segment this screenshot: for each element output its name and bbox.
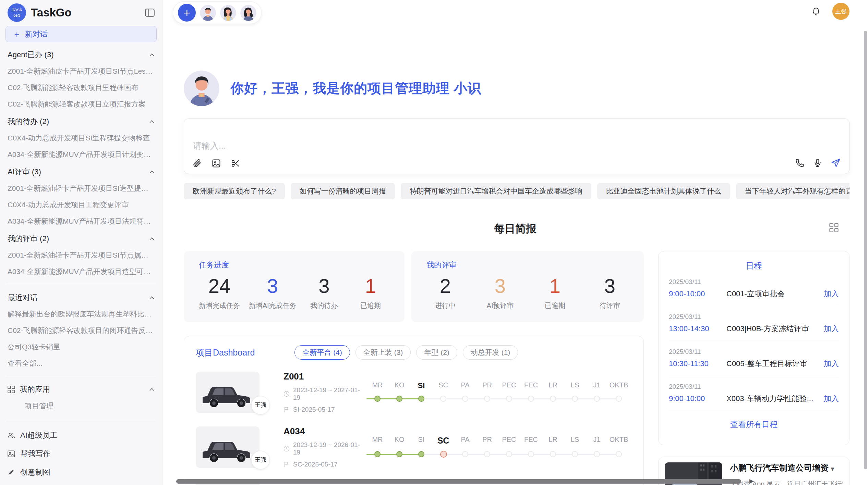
sidebar-app-item[interactable]: 项目管理 <box>5 398 157 414</box>
dashboard-tab[interactable]: 动总开发 (1) <box>463 345 518 360</box>
view-all-schedule-link[interactable]: 查看所有日程 <box>669 419 839 430</box>
suggestion-chip[interactable]: 欧洲新规最近颁布了什么? <box>184 183 285 199</box>
sidebar-my-apps-header[interactable]: 我的应用 <box>5 380 157 398</box>
stat-value: 3 <box>481 275 519 297</box>
user-avatar[interactable]: 王强 <box>832 3 849 20</box>
phone-icon[interactable] <box>795 158 805 168</box>
scissors-icon[interactable] <box>231 159 240 168</box>
divider <box>6 422 156 422</box>
send-icon[interactable] <box>831 158 841 168</box>
layout-grid-icon[interactable] <box>829 223 839 232</box>
sidebar-footer-label: 帮我写作 <box>20 449 50 459</box>
milestone-nodes <box>366 450 632 459</box>
milestone-node <box>616 396 622 402</box>
sidebar-item[interactable]: A034-全新新能源MUV产品开发项目法规符合性评审 <box>5 213 157 229</box>
chevron-up-icon[interactable] <box>149 120 155 123</box>
photo-icon <box>8 450 15 458</box>
project-info: Z0012023-12-19 ~ 2027-01-19SI-2025-05-17 <box>284 371 365 413</box>
sidebar-item[interactable]: Z001-全新燃油轻卡产品开发项目SI造型提交物评审 <box>5 180 157 197</box>
stat-grid: 24新增完成任务3新增AI完成任务3我的待办1已逾期 <box>199 275 389 310</box>
suggestion-chip[interactable]: 比亚迪全固态电池计划具体说了什么 <box>597 183 730 199</box>
paperclip-icon[interactable] <box>192 159 202 168</box>
microphone-icon[interactable] <box>813 158 822 168</box>
woman-yellow-avatar[interactable] <box>220 5 236 21</box>
dashboard-tab[interactable]: 全新上装 (3) <box>355 345 411 360</box>
plus-icon: ＋ <box>13 29 21 40</box>
milestone-label: LR <box>542 381 564 390</box>
milestone-label: PA <box>454 436 476 446</box>
sidebar-footer-people[interactable]: AI超级员工 <box>5 426 157 445</box>
suggestion-chip[interactable]: 当下年轻人对汽车外观有怎样的喜好趋势 <box>736 183 849 199</box>
sidebar-item[interactable]: 查看全部... <box>5 355 157 372</box>
horizontal-scrollbar[interactable] <box>176 479 741 484</box>
man-avatar[interactable] <box>200 5 216 21</box>
suggestion-chips: 欧洲新规最近颁布了什么?如何写一份清晰的项目周报特朗普可能对进口汽车增税会对中国… <box>184 183 849 199</box>
milestone-label: LS <box>564 436 586 446</box>
project-car-thumb: 王强 <box>196 372 260 413</box>
sidebar-item[interactable]: C02-飞腾新能源轻客改款项目立项汇报方案 <box>5 96 157 112</box>
sidebar-item[interactable]: C0X4-动力总成开发项目SI里程碑提交物检查 <box>5 130 157 146</box>
chevron-up-icon[interactable] <box>149 237 155 240</box>
sidebar-item[interactable]: A034-全新新能源MUV产品开发项目计划变更表编写 <box>5 146 157 163</box>
event-join-link[interactable]: 加入 <box>824 394 839 404</box>
milestone-node <box>374 451 381 457</box>
chat-input[interactable] <box>184 119 849 174</box>
scroll-right-arrow[interactable]: ▶ <box>749 477 754 485</box>
chevron-up-icon[interactable] <box>149 53 155 57</box>
bell-icon[interactable] <box>811 7 821 16</box>
project-row[interactable]: 王强Z0012023-12-19 ~ 2027-01-19SI-2025-05-… <box>196 370 632 414</box>
add-member-button[interactable]: ＋ <box>178 4 196 22</box>
sidebar-item[interactable]: 公司Q3轻卡销量 <box>5 339 157 355</box>
event-time: 10:30-11:30 <box>669 359 726 368</box>
sidebar-footer-pen[interactable]: 创意制图 <box>5 463 157 482</box>
scroll-down-arrow[interactable]: ▼ <box>830 466 835 473</box>
woman-blue-avatar[interactable] <box>240 5 256 21</box>
collapse-sidebar-icon[interactable] <box>145 8 155 17</box>
suggestion-chip[interactable]: 特朗普可能对进口汽车增税会对中国车企造成哪些影响 <box>401 183 591 199</box>
dashboard-header: 项目Dashboard 全新平台 (4)全新上装 (3)年型 (2)动总开发 (… <box>196 345 632 360</box>
milestone-node <box>528 396 534 402</box>
stat-card: 我的评审2进行中3AI预评审1已逾期3待评审 <box>411 251 644 322</box>
schedule-event: 2025/03/1110:30-11:30C005-整车工程目标评审加入 <box>669 341 839 376</box>
milestone-label: PEC <box>498 381 520 390</box>
project-row[interactable]: 王强A0342023-12-19 ~ 2026-01-19SC-2025-05-… <box>196 425 632 469</box>
event-join-link[interactable]: 加入 <box>824 359 839 369</box>
milestone-label: LR <box>542 436 564 446</box>
new-chat-button[interactable]: ＋ 新对话 <box>5 26 157 42</box>
chevron-up-icon[interactable] <box>149 388 155 391</box>
dashboard-tab[interactable]: 年型 (2) <box>416 345 457 360</box>
sidebar-app-item[interactable]: 产品管理 <box>5 414 157 418</box>
milestone-node <box>506 396 512 402</box>
sidebar-item[interactable]: C02-飞腾新能源轻客改款项目的闭环通告反馈情况 <box>5 322 157 339</box>
stat-card-title: 任务进度 <box>199 260 389 270</box>
sidebar-item[interactable]: C0X4-动力总成开发项目工程变更评审 <box>5 197 157 213</box>
stat-value: 2 <box>426 275 464 297</box>
event-join-link[interactable]: 加入 <box>824 324 839 334</box>
stat-cell: 2进行中 <box>426 275 464 310</box>
milestone-node-current <box>440 451 447 458</box>
sidebar-item[interactable]: A034-全新新能源MUV产品开发项目造型可行性评审 <box>5 263 157 280</box>
chevron-up-icon[interactable] <box>149 296 155 299</box>
suggestion-chip[interactable]: 如何写一份清晰的项目周报 <box>291 183 395 199</box>
sidebar-item[interactable]: Z001-全新燃油轻卡产品开发项目SI节点属性5D文件评审 <box>5 247 157 263</box>
image-icon[interactable] <box>212 159 221 168</box>
assistant-avatar <box>184 71 219 106</box>
dashboard-tab[interactable]: 全新平台 (4) <box>294 345 350 360</box>
sidebar-item[interactable]: Z001-全新燃油皮卡产品开发项目SI节点Lesson Learn报告 <box>5 63 157 79</box>
project-owner-badge: 王强 <box>251 451 270 469</box>
team-avatar-group: ＋ <box>173 1 262 24</box>
event-join-link[interactable]: 加入 <box>824 289 839 299</box>
milestone-node <box>616 451 622 457</box>
vertical-scrollbar[interactable] <box>864 31 867 469</box>
sidebar-footer-photo[interactable]: 帮我写作 <box>5 445 157 463</box>
chevron-up-icon[interactable] <box>149 170 155 174</box>
right-column: 日程 2025/03/119:00-10:00C001-立项审批会加入2025/… <box>658 251 849 485</box>
sidebar-item[interactable]: 解释最新出台的欧盟报废车法规再生塑料比例被调至15%... <box>5 306 157 322</box>
milestone-labels: MRKOSISCPAPRPECFECLRLSJ1OKTB <box>366 381 632 390</box>
sidebar-item[interactable]: C02-飞腾新能源轻客改款项目里程碑画布 <box>5 79 157 96</box>
project-car-thumb: 王强 <box>196 426 260 468</box>
composer-left-icons <box>192 159 240 168</box>
project-owner-badge: 王强 <box>251 396 270 414</box>
milestone-label: FEC <box>520 381 542 390</box>
event-name: C001-立项审批会 <box>726 289 819 299</box>
